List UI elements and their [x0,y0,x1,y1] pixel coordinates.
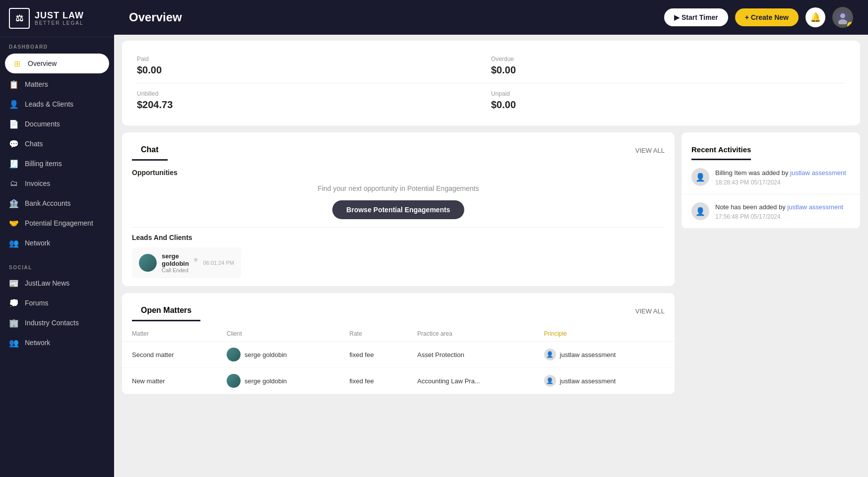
svg-point-1 [840,13,845,18]
logo: ⚖ JUST LAW BETTER LEGAL [0,0,114,37]
sidebar-item-leads-label: Leads & Clients [25,100,73,108]
chat-card-header: Chat VIEW ALL [122,132,675,161]
activity-avatar-1: 👤 [691,168,709,186]
client-avatar-2 [227,374,241,388]
overview-icon: ⊞ [12,59,22,68]
sidebar-item-overview[interactable]: ⊞ Overview [5,54,109,73]
lead-name: serge goldobin ★ [162,252,198,267]
overdue-label: Overdue [491,56,845,62]
sidebar-item-bank-accounts[interactable]: 🏦 Bank Accounts [0,193,114,213]
rate-2: fixed fee [339,368,407,394]
col-practice-area: Practice area [407,326,534,342]
topbar-actions: ▶ Start Timer + Create New 🔔 [664,7,853,28]
sidebar-item-documents-label: Documents [25,120,60,128]
opportunity-text: Find your next opportunity in Potential … [132,184,665,192]
right-column: Recent Activities 👤 Billing Item was add… [682,132,860,477]
col-matter: Matter [122,326,217,342]
lead-status: Call Ended [162,267,198,273]
documents-icon: 📄 [9,119,19,129]
main-area: Overview ▶ Start Timer + Create New 🔔 Pa… [114,0,868,477]
industry-icon: 🏢 [9,318,19,328]
table-row: New matter serge goldobin fixed fee Acco… [122,368,675,394]
unpaid-item: Unpaid $0.00 [491,83,845,116]
start-timer-button[interactable]: ▶ Start Timer [664,8,728,26]
rate-1: fixed fee [339,342,407,368]
chat-card-body: Opportunities Find your next opportunity… [122,161,675,286]
principle-info-1: 👤 justlaw assessment [544,349,665,360]
activity-avatar-2: 👤 [691,202,709,220]
invoices-icon: 🗂 [9,179,19,188]
sidebar-item-network[interactable]: 👥 Network [0,233,114,253]
paid-label: Paid [137,56,491,62]
client-cell-1: serge goldobin [217,342,339,368]
matters-table: Matter Client Rate Practice area Princip… [122,326,675,394]
finance-grid: Paid $0.00 Overdue $0.00 Unbilled $204.7… [137,51,845,116]
activity-text-2: Note has been added by justlaw assessmen… [715,202,843,212]
notifications-button[interactable]: 🔔 [806,7,825,27]
sidebar-item-justlaw-news[interactable]: 📰 JustLaw News [0,273,114,293]
lead-info: serge goldobin ★ Call Ended [162,252,198,273]
matters-icon: 📋 [9,79,19,89]
client-info-1: serge goldobin [227,348,329,361]
browse-engagements-button[interactable]: Browse Potential Engagements [332,200,464,219]
col-rate: Rate [339,326,407,342]
left-column: Chat VIEW ALL Opportunities Find your ne… [122,132,675,477]
network-icon: 👥 [9,238,19,248]
leads-icon: 👤 [9,99,19,109]
sidebar-item-news-label: JustLaw News [25,279,69,287]
engagement-icon: 🤝 [9,218,19,228]
sidebar-item-chats[interactable]: 💬 Chats [0,134,114,154]
sidebar-item-industry-contacts[interactable]: 🏢 Industry Contacts [0,313,114,333]
logo-tagline: BETTER LEGAL [35,20,84,26]
principle-icon-2: 👤 [544,375,556,387]
activity-content-2: Note has been added by justlaw assessmen… [715,202,843,220]
create-new-button[interactable]: + Create New [735,8,799,26]
lead-item: serge goldobin ★ Call Ended 06:01:24 PM [132,247,241,278]
col-client: Client [217,326,339,342]
sidebar-item-matters[interactable]: 📋 Matters [0,74,114,94]
avatar-image [836,10,850,24]
lead-time: 06:01:24 PM [203,260,234,266]
lead-avatar [139,254,157,272]
lead-avatar-img [139,254,157,272]
matter-name-2: New matter [122,368,217,394]
sidebar-item-potential-engagement[interactable]: 🤝 Potential Engagement [0,213,114,233]
principle-cell-1: 👤 justlaw assessment [534,342,675,368]
matters-title: Open Matters [132,301,200,321]
sidebar-item-leads-clients[interactable]: 👤 Leads & Clients [0,94,114,114]
sidebar-item-matters-label: Matters [25,80,48,88]
paid-value: $0.00 [137,64,491,76]
forums-icon: 💭 [9,298,19,308]
logo-name: JUST LAW [35,11,84,21]
open-matters-card: Open Matters VIEW ALL Matter Client Rate… [122,293,675,394]
sidebar-item-documents[interactable]: 📄 Documents [0,114,114,134]
col-principle: Principle [534,326,675,342]
sidebar-item-invoices[interactable]: 🗂 Invoices [0,174,114,193]
activity-text-1: Billing Item was added by justlaw assess… [715,168,846,178]
finance-summary-card: Paid $0.00 Overdue $0.00 Unbilled $204.7… [122,41,860,125]
chat-view-all[interactable]: VIEW ALL [635,147,665,154]
activity-item-2: 👤 Note has been added by justlaw assessm… [682,194,860,229]
topbar: Overview ▶ Start Timer + Create New 🔔 [114,0,868,35]
sidebar-item-billing[interactable]: 🧾 Billing items [0,154,114,174]
practice-area-2: Accounting Law Pra... [407,368,534,394]
activity-item-1: 👤 Billing Item was added by justlaw asse… [682,160,860,194]
unbilled-label: Unbilled [137,90,491,97]
star-icon[interactable]: ★ [193,256,198,263]
activity-author-1[interactable]: justlaw assessment [790,169,846,177]
user-avatar-button[interactable] [832,7,853,28]
matter-name-1: Second matter [122,342,217,368]
activity-author-2[interactable]: justlaw assessment [787,203,843,211]
sidebar-item-forums-label: Forums [25,299,48,307]
client-info-2: serge goldobin [227,374,329,388]
bank-icon: 🏦 [9,198,19,208]
principle-info-2: 👤 justlaw assessment [544,375,665,387]
news-icon: 📰 [9,278,19,288]
sidebar-item-chats-label: Chats [25,140,43,148]
opportunities-title: Opportunities [132,169,665,177]
sidebar-item-network-social[interactable]: 👥 Network [0,333,114,353]
sidebar-item-forums[interactable]: 💭 Forums [0,293,114,313]
client-cell-2: serge goldobin [217,368,339,394]
matters-view-all[interactable]: VIEW ALL [635,307,665,315]
client-avatar-1 [227,348,241,361]
